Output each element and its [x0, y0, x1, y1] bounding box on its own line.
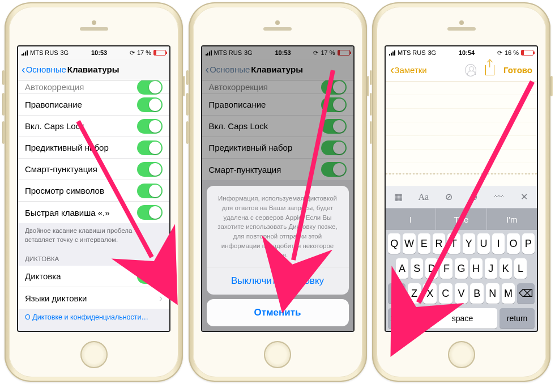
draw-icon[interactable]: 〰 — [492, 190, 506, 204]
back-button[interactable]: ‹Основные — [22, 63, 66, 76]
home-button[interactable] — [80, 341, 108, 368]
close-toolbar-icon[interactable]: ✕ — [518, 190, 531, 204]
key-b[interactable]: B — [470, 283, 484, 304]
key-w[interactable]: W — [403, 233, 415, 254]
note-editor[interactable] — [386, 82, 537, 173]
keyboard-row-1: Q W E R T Y U I O P — [388, 233, 535, 254]
collaborate-icon[interactable] — [465, 65, 476, 76]
settings-row-label: Правописание — [25, 100, 82, 109]
settings-row-label: Предиктивный набор — [25, 143, 109, 152]
chevron-right-icon: › — [159, 292, 163, 304]
battery-icon — [153, 50, 166, 56]
suggestions-bar: I The I'm — [386, 208, 537, 230]
key-backspace[interactable]: ⌫ — [517, 283, 535, 304]
phone-1: MTS RUS 3G 10:53 ⟳ 17 % ‹Основные Клавиа… — [5, 2, 183, 382]
key-n[interactable]: N — [486, 283, 500, 304]
back-button[interactable]: ‹Заметки — [390, 63, 427, 78]
toggle-spelling[interactable] — [137, 97, 163, 112]
key-c[interactable]: C — [439, 283, 452, 304]
share-icon[interactable] — [484, 65, 496, 76]
key-return[interactable]: return — [500, 308, 535, 329]
key-e[interactable]: E — [418, 233, 430, 254]
keyboard-row-3: ⇧ Z X C V B N M ⌫ — [388, 283, 535, 304]
key-z[interactable]: Z — [408, 283, 421, 304]
key-p[interactable]: P — [522, 233, 535, 254]
toggle-dictation[interactable] — [137, 269, 163, 284]
toggle-autocorrect[interactable] — [137, 80, 163, 95]
key-space[interactable]: space — [428, 308, 498, 329]
nav-bar: ‹Основные Клавиатуры — [18, 59, 169, 80]
home-button[interactable] — [448, 341, 475, 368]
carrier-label: MTS RUS — [30, 49, 58, 56]
settings-row-label: Вкл. Caps Lock — [25, 121, 84, 131]
format-icon[interactable]: Aa — [417, 190, 430, 204]
key-numbers[interactable]: 123 — [388, 308, 405, 329]
network-label: 3G — [428, 49, 437, 56]
battery-label: 17 % — [137, 49, 151, 56]
settings-row-label: Диктовка — [25, 271, 61, 281]
battery-label: 16 % — [505, 49, 519, 56]
key-i[interactable]: I — [492, 233, 505, 254]
suggestion[interactable]: I'm — [486, 208, 537, 230]
action-sheet: Информация, используемая Диктовкой для о… — [207, 186, 349, 326]
key-j[interactable]: J — [485, 258, 497, 279]
back-label: Заметки — [394, 65, 426, 75]
notes-nav: ‹Заметки Готово — [386, 59, 537, 82]
phone-3: MTS RUS3G 10:54 ⟳16 % ‹Заметки Готово — [372, 2, 550, 382]
add-icon[interactable]: ⊕ — [467, 190, 481, 204]
settings-row-label: Автокоррекция — [25, 82, 84, 92]
key-y[interactable]: Y — [463, 233, 475, 254]
key-u[interactable]: U — [477, 233, 490, 254]
key-d[interactable]: D — [425, 258, 438, 279]
battery-icon — [521, 50, 533, 56]
section-header: ДИКТОВКА — [18, 248, 169, 266]
key-t[interactable]: T — [447, 233, 460, 254]
toggle-smartpunct[interactable] — [137, 162, 163, 177]
back-label: Основные — [26, 65, 66, 74]
toggle-capslock[interactable] — [137, 119, 163, 134]
cancel-button[interactable]: Отменить — [207, 299, 349, 326]
key-v[interactable]: V — [455, 283, 468, 304]
toggle-preview[interactable] — [137, 184, 163, 198]
checklist-icon[interactable]: ⊘ — [442, 190, 455, 204]
key-g[interactable]: G — [455, 258, 467, 279]
table-icon[interactable]: ▦ — [391, 190, 405, 204]
key-f[interactable]: F — [440, 258, 452, 279]
key-r[interactable]: R — [433, 233, 445, 254]
key-shift[interactable]: ⇧ — [388, 283, 405, 304]
clock: 10:53 — [91, 49, 107, 56]
carrier-label: MTS RUS — [398, 49, 426, 56]
key-x[interactable]: X — [423, 283, 437, 304]
settings-footer: Двойное касание клавиши пробела вставляе… — [18, 223, 169, 248]
toggle-shortcut[interactable] — [137, 205, 163, 220]
network-label: 3G — [61, 49, 69, 56]
keyboard-row-4: 123 🌐 space return — [388, 308, 535, 329]
key-q[interactable]: Q — [388, 233, 400, 254]
key-l[interactable]: L — [514, 258, 527, 279]
keyboard-row-2: A S D F G H J K L — [388, 258, 535, 279]
suggestion[interactable]: I — [386, 208, 436, 230]
settings-row-label: Быстрая клавиша «.» — [25, 208, 110, 218]
home-button[interactable] — [264, 341, 291, 368]
key-s[interactable]: S — [411, 258, 423, 279]
key-k[interactable]: K — [500, 258, 512, 279]
disable-dictation-button[interactable]: Выключить Диктовку — [207, 267, 349, 295]
suggestion[interactable]: The — [436, 208, 486, 230]
key-o[interactable]: O — [507, 233, 519, 254]
screen-1: MTS RUS 3G 10:53 ⟳ 17 % ‹Основные Клавиа… — [17, 45, 170, 332]
screen-3: MTS RUS3G 10:54 ⟳16 % ‹Заметки Готово — [385, 45, 538, 332]
key-h[interactable]: H — [470, 258, 483, 279]
done-button[interactable]: Готово — [503, 65, 532, 75]
toggle-predictive[interactable] — [137, 140, 163, 155]
keyboard-toolbar: ▦ Aa ⊘ ⊕ 〰 ✕ — [386, 186, 537, 208]
clock: 10:54 — [459, 49, 475, 56]
row-dictation-languages[interactable]: Языки диктовки› — [18, 287, 169, 309]
status-bar: MTS RUS 3G 10:53 ⟳ 17 % — [18, 46, 169, 59]
phone-2: MTS RUS3G 10:53 ⟳17 % ‹Основные Клавиату… — [189, 2, 367, 382]
privacy-link[interactable]: О Диктовке и конфиденциальности… — [18, 309, 169, 327]
key-m[interactable]: M — [502, 283, 515, 304]
key-a[interactable]: A — [396, 258, 408, 279]
screen-2: MTS RUS3G 10:53 ⟳17 % ‹Основные Клавиату… — [201, 45, 355, 332]
key-globe[interactable]: 🌐 — [408, 308, 425, 329]
signal-icon — [389, 50, 395, 56]
